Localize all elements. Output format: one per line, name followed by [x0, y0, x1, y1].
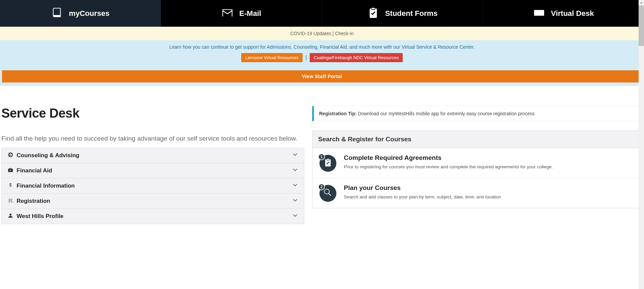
- search-icon: [324, 188, 332, 198]
- user-icon: [8, 213, 13, 220]
- accordion-registration[interactable]: Registration: [2, 194, 304, 209]
- step-number: 2: [318, 184, 325, 190]
- accordion-label: Counseling & Advising: [17, 152, 79, 159]
- staff-bar-wrap: View Staff Portal: [0, 70, 644, 86]
- accordion-label: Financial Aid: [17, 167, 52, 174]
- covid-bar: COVID-19 Updates | Check-in: [0, 27, 644, 40]
- register-panel: Search & Register for Courses 1 Complete…: [312, 130, 643, 208]
- accordion-label: Registration: [17, 198, 50, 204]
- scroll-up-icon[interactable]: [639, 0, 644, 5]
- dollar-icon: [8, 183, 13, 189]
- nav-mycourses[interactable]: myCourses: [0, 0, 161, 27]
- page-title: Service Desk: [1, 106, 304, 121]
- nav-virtual-desk[interactable]: Virtual Desk: [483, 0, 644, 27]
- separator: |: [331, 31, 335, 36]
- chevron-down-icon: [292, 183, 298, 189]
- step-desc: Search and add classes to your plan by t…: [344, 194, 501, 200]
- chevron-down-icon: [292, 213, 298, 220]
- nav-email[interactable]: E-Mail: [161, 0, 322, 27]
- lemoore-resources-button[interactable]: Lemoore Virtual Resources: [241, 53, 303, 62]
- page-subtitle: Find all the help you need to succeed by…: [1, 135, 304, 142]
- chevron-down-icon: [292, 167, 298, 174]
- top-nav: myCourses E-Mail Student Forms Virtual D…: [0, 0, 644, 27]
- register-panel-title: Search & Register for Courses: [313, 131, 642, 148]
- step-title: Complete Required Agreements: [344, 154, 553, 162]
- accordion-label: West Hills Profile: [17, 213, 64, 220]
- covid-checkin-link[interactable]: Check-in: [335, 31, 354, 36]
- tip-bold: Registration Tip:: [319, 111, 357, 116]
- chevron-down-icon: [292, 152, 298, 159]
- view-staff-portal-button[interactable]: View Staff Portal: [2, 70, 642, 82]
- register-step-2[interactable]: 2 Plan your Courses Search and add class…: [313, 178, 642, 208]
- service-desk-accordion: Counseling & Advising Financial Aid Fina…: [1, 148, 304, 224]
- scrollbar[interactable]: [639, 0, 644, 238]
- life-ring-icon: [8, 152, 13, 159]
- sliders-icon: [8, 198, 13, 204]
- info-text: Learn how you can continue to get suppor…: [0, 44, 644, 50]
- register-step-1[interactable]: 1 Complete Required Agreements Prior to …: [313, 148, 642, 178]
- coalinga-resources-button[interactable]: Coalinga/Firebaugh NDC Virtual Resources: [310, 53, 403, 62]
- chevron-down-icon: [292, 198, 298, 204]
- step-number: 1: [318, 153, 325, 160]
- info-banner: Learn how you can continue to get suppor…: [0, 40, 644, 70]
- separator: |: [305, 54, 307, 60]
- accordion-financial-info[interactable]: Financial Information: [2, 178, 304, 194]
- step-badge: 1: [319, 155, 336, 172]
- registration-tip: Registration Tip: Download our myWestHil…: [312, 106, 643, 121]
- scroll-thumb[interactable]: [639, 5, 644, 46]
- accordion-label: Financial Information: [17, 183, 75, 189]
- book-icon: [51, 7, 63, 20]
- clipboard-icon: [368, 7, 379, 20]
- mail-icon: [222, 7, 233, 20]
- nav-label: Virtual Desk: [551, 9, 594, 18]
- nav-label: Student Forms: [385, 9, 438, 18]
- step-title: Plan your Courses: [344, 184, 501, 192]
- accordion-counseling[interactable]: Counseling & Advising: [2, 148, 304, 163]
- step-badge: 2: [319, 185, 336, 202]
- accordion-financial-aid[interactable]: Financial Aid: [2, 163, 304, 178]
- tip-text: Download our myWestHills mobile app for …: [357, 111, 535, 116]
- covid-updates-link[interactable]: COVID-19 Updates: [290, 31, 331, 36]
- nav-student-forms[interactable]: Student Forms: [322, 0, 483, 27]
- nav-label: E-Mail: [239, 9, 261, 18]
- keyboard-icon: [533, 7, 545, 20]
- clipboard-icon: [324, 158, 332, 168]
- nav-label: myCourses: [69, 9, 110, 18]
- accordion-profile[interactable]: West Hills Profile: [2, 209, 304, 224]
- step-desc: Prior to registering for courses you mus…: [344, 164, 553, 170]
- medkit-icon: [8, 167, 13, 174]
